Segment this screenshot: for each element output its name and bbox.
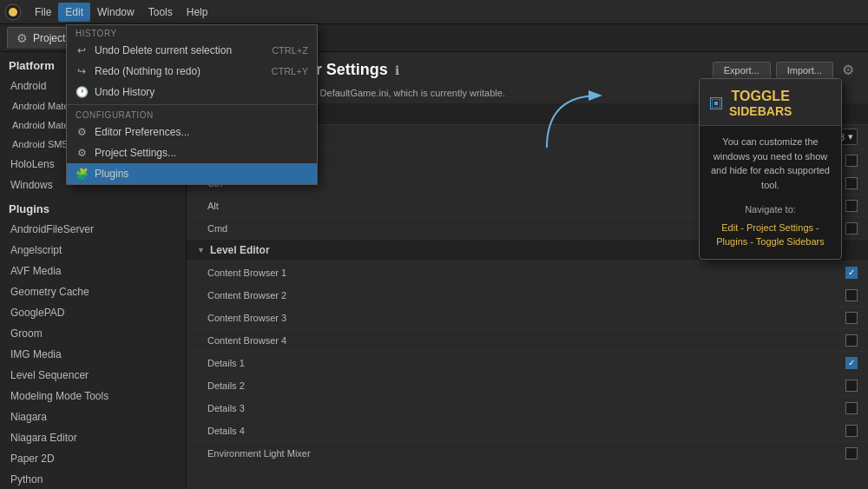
sidebar-item-androidfileserver[interactable]: AndroidFileServer — [0, 219, 186, 240]
details-1-row: Details 1 — [187, 352, 868, 374]
content-browser-4-row: Content Browser 4 — [187, 329, 868, 352]
import-button[interactable]: Import... — [776, 62, 833, 79]
project-settings-icon: ⚙ — [76, 147, 88, 159]
sidebar-item-avfmedia[interactable]: AVF Media — [0, 261, 186, 281]
settings-tab-icon: ⚙ — [16, 31, 28, 45]
title-info-icon[interactable]: ℹ — [395, 63, 399, 77]
details-4-row: Details 4 — [187, 420, 868, 442]
dropdown-divider-1 — [67, 104, 317, 105]
sidebar-item-geometrycache[interactable]: Geometry Cache — [0, 281, 186, 302]
undo-icon: ↩ — [76, 44, 88, 56]
undo-delete-item[interactable]: ↩ Undo Delete current selection CTRL+Z — [67, 40, 317, 61]
redo-item[interactable]: ↪ Redo (Nothing to redo) CTRL+Y — [67, 61, 317, 82]
content-browser-2-checkbox[interactable] — [845, 289, 858, 301]
svg-point-1 — [9, 8, 17, 17]
menu-window[interactable]: Window — [90, 3, 141, 22]
editor-prefs-icon: ⚙ — [76, 126, 88, 138]
sidebar-item-imgmedia[interactable]: IMG Media — [0, 344, 186, 365]
tooltip-header: TOGGLE SIDEBARS — [700, 79, 841, 126]
content-browser-1-row: Content Browser 1 — [187, 261, 868, 284]
tooltip-title-group: TOGGLE SIDEBARS — [729, 88, 792, 118]
redo-icon: ↪ — [76, 65, 88, 77]
export-button[interactable]: Export... — [713, 62, 771, 79]
content-browser-3-row: Content Browser 3 — [187, 307, 868, 329]
editor-preferences-item[interactable]: ⚙ Editor Preferences... — [67, 122, 317, 142]
menu-file[interactable]: File — [28, 3, 58, 22]
details-3-checkbox[interactable] — [845, 402, 858, 414]
configuration-section-label: CONFIGURATION — [67, 107, 317, 122]
content-browser-3-checkbox[interactable] — [845, 312, 858, 324]
content-browser-2-row: Content Browser 2 — [187, 284, 868, 307]
project-settings-item[interactable]: ⚙ Project Settings... — [67, 142, 317, 163]
svg-rect-4 — [714, 102, 718, 105]
dropdown-chevron-icon: ▾ — [848, 131, 853, 142]
details-2-checkbox[interactable] — [845, 380, 858, 392]
tooltip-card: TOGGLE SIDEBARS You can customize the wi… — [699, 78, 842, 260]
app-logo — [3, 3, 23, 22]
env-light-mixer-row: Environment Light Mixer — [187, 442, 868, 462]
content-browser-1-checkbox[interactable] — [845, 267, 858, 279]
details-3-row: Details 3 — [187, 397, 868, 420]
shift-checkbox[interactable] — [845, 155, 858, 167]
menu-bar: File Edit Window Tools Help — [0, 0, 868, 24]
tooltip-path[interactable]: Edit - Project Settings - Plugins - Togg… — [700, 218, 841, 259]
menu-edit[interactable]: Edit — [58, 3, 90, 22]
tooltip-body: You can customize the windows you need t… — [700, 126, 841, 201]
tooltip-navigate-label: Navigate to: — [700, 201, 841, 218]
plugins-icon: 🧩 — [76, 168, 88, 180]
tooltip-icon-box — [710, 97, 722, 109]
ctrl-checkbox[interactable] — [845, 177, 858, 189]
sidebar-item-levelsequencer[interactable]: Level Sequencer — [0, 365, 186, 386]
undo-history-icon: 🕐 — [76, 86, 88, 98]
sidebar-item-niagaraeditor[interactable]: Niagara Editor — [0, 427, 186, 448]
history-section-label: HISTORY — [67, 25, 317, 40]
sidebar-item-angelscript[interactable]: Angelscript — [0, 240, 186, 261]
undo-history-item[interactable]: 🕐 Undo History — [67, 82, 317, 102]
action-buttons: Export... Import... ⚙ — [713, 62, 854, 79]
cmd-checkbox[interactable] — [845, 222, 858, 235]
plugins-item[interactable]: 🧩 Plugins — [67, 163, 317, 184]
sidebar-item-modelingmode[interactable]: Modeling Mode Tools — [0, 386, 186, 406]
menu-help[interactable]: Help — [180, 3, 215, 22]
sidebar-item-googlepad[interactable]: GooglePAD — [0, 302, 186, 323]
details-2-row: Details 2 — [187, 374, 868, 397]
content-browser-4-checkbox[interactable] — [845, 334, 858, 347]
level-editor-triangle-icon: ▼ — [197, 246, 205, 254]
menu-tools[interactable]: Tools — [141, 3, 180, 22]
sidebar-item-python[interactable]: Python — [0, 469, 186, 489]
edit-dropdown-menu: HISTORY ↩ Undo Delete current selection … — [66, 24, 318, 185]
details-1-checkbox[interactable] — [845, 357, 858, 369]
settings-gear-icon[interactable]: ⚙ — [842, 62, 854, 78]
alt-checkbox[interactable] — [845, 200, 858, 212]
details-4-checkbox[interactable] — [845, 425, 858, 437]
sidebar-item-paper2d[interactable]: Paper 2D — [0, 448, 186, 469]
env-light-mixer-checkbox[interactable] — [845, 447, 858, 459]
sidebar-item-groom[interactable]: Groom — [0, 323, 186, 344]
sidebar-item-niagara[interactable]: Niagara — [0, 406, 186, 427]
plugins-header: Plugins — [0, 195, 186, 219]
